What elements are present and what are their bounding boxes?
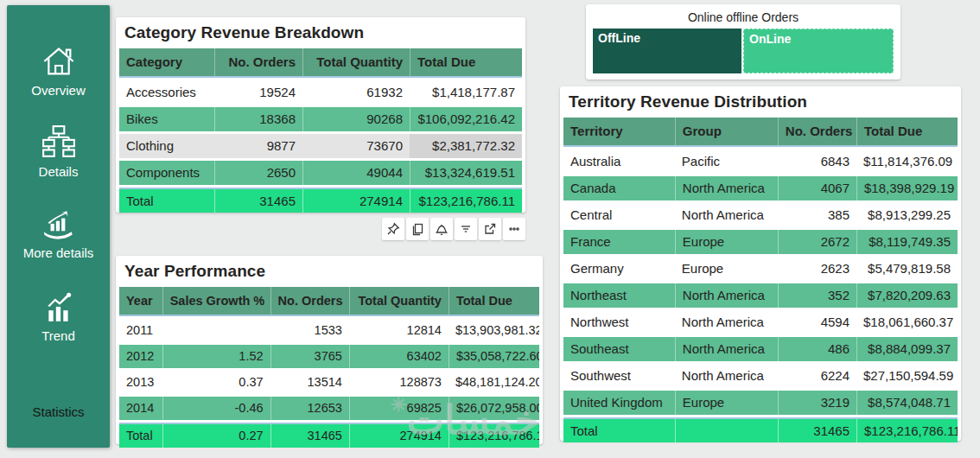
- table-cell[interactable]: $18,061,660.37: [856, 310, 958, 334]
- table-cell[interactable]: 4594: [778, 310, 856, 334]
- table-cell[interactable]: North America: [675, 203, 778, 227]
- column-header[interactable]: No. Orders: [270, 287, 349, 315]
- table-cell[interactable]: $18,398,929.19: [856, 176, 958, 200]
- column-header[interactable]: Total Quantity: [349, 287, 449, 315]
- table-row[interactable]: FranceEurope2672$8,119,749.35: [563, 230, 958, 254]
- total-cell[interactable]: 31465: [214, 189, 302, 213]
- focus-mode-icon[interactable]: [479, 218, 501, 240]
- table-cell[interactable]: 2014: [119, 397, 162, 420]
- total-cell[interactable]: $123,216,786.11: [856, 419, 958, 442]
- online-slicer-button[interactable]: OnLine: [743, 29, 894, 73]
- table-cell[interactable]: 2013: [119, 371, 162, 394]
- table-cell[interactable]: 18368: [214, 107, 302, 131]
- table-cell[interactable]: Northwest: [563, 310, 675, 334]
- table-cell[interactable]: Australia: [563, 149, 675, 174]
- table-cell[interactable]: 2011: [119, 319, 162, 342]
- table-row[interactable]: AustraliaPacific6843$11,814,376.09: [563, 149, 958, 174]
- copy-icon[interactable]: [406, 218, 429, 240]
- table-cell[interactable]: 128873: [349, 371, 449, 394]
- table-row[interactable]: SoutheastNorth America486$8,884,099.37: [563, 337, 958, 361]
- table-row[interactable]: Bikes1836890268$106,092,216.42: [119, 107, 522, 131]
- table-cell[interactable]: 4067: [778, 176, 856, 200]
- total-cell[interactable]: 31465: [270, 424, 349, 448]
- table-cell[interactable]: $27,150,594.59: [856, 364, 958, 388]
- table-cell[interactable]: Pacific: [675, 149, 778, 174]
- table-cell[interactable]: Europe: [675, 391, 778, 415]
- table-cell[interactable]: Europe: [675, 257, 778, 281]
- table-row[interactable]: Clothing987773670$2,381,772.32: [119, 134, 522, 158]
- table-cell[interactable]: 0.37: [162, 371, 270, 394]
- table-cell[interactable]: 6224: [778, 364, 856, 388]
- table-cell[interactable]: Germany: [563, 257, 675, 281]
- total-cell[interactable]: Total: [119, 189, 214, 213]
- table-cell[interactable]: United Kingdom: [563, 391, 675, 415]
- sidebar-item-more-details[interactable]: More details: [7, 211, 110, 260]
- table-cell[interactable]: $7,820,209.63: [856, 283, 958, 308]
- table-cell[interactable]: 90268: [302, 107, 410, 131]
- table-cell[interactable]: 6843: [778, 149, 856, 174]
- table-cell[interactable]: Southwest: [563, 364, 675, 388]
- total-cell[interactable]: $123,216,786.11: [410, 189, 522, 213]
- table-cell[interactable]: Europe: [675, 230, 778, 254]
- table-cell[interactable]: $106,092,216.42: [410, 107, 522, 131]
- total-cell[interactable]: 0.27: [162, 424, 270, 448]
- column-header[interactable]: Total Due: [449, 287, 539, 315]
- table-cell[interactable]: $8,119,749.35: [856, 230, 958, 254]
- table-row[interactable]: 2011153312814$13,903,981.32: [119, 319, 539, 342]
- table-cell[interactable]: $13,903,981.32: [449, 319, 539, 342]
- table-row[interactable]: CentralNorth America385$8,913,299.25: [563, 203, 958, 227]
- sidebar-item-statistics[interactable]: Statistics: [7, 404, 110, 419]
- table-row[interactable]: GermanyEurope2623$5,479,819.58: [563, 257, 958, 281]
- table-total-row[interactable]: Total31465$123,216,786.11: [563, 417, 958, 442]
- filter-icon[interactable]: [455, 218, 477, 240]
- table-row[interactable]: Accessories1952461932$1,418,177.87: [119, 80, 522, 105]
- table-cell[interactable]: 13514: [270, 371, 349, 394]
- table-cell[interactable]: Accessories: [119, 80, 214, 105]
- table-cell[interactable]: Bikes: [119, 107, 214, 131]
- table-cell[interactable]: Southeast: [563, 337, 675, 361]
- table-cell[interactable]: 2650: [214, 161, 302, 185]
- table-cell[interactable]: 63402: [349, 345, 449, 368]
- table-cell[interactable]: 385: [778, 203, 856, 227]
- table-row[interactable]: NortheastNorth America352$7,820,209.63: [563, 283, 958, 308]
- table-total-row[interactable]: Total0.2731465274914$123,216,786.11: [119, 423, 539, 448]
- table-row[interactable]: CanadaNorth America4067$18,398,929.19: [563, 176, 958, 200]
- table-row[interactable]: NorthwestNorth America4594$18,061,660.37: [563, 310, 958, 334]
- column-header[interactable]: Sales Growth %: [162, 287, 270, 315]
- table-cell[interactable]: 3219: [778, 391, 856, 415]
- column-header[interactable]: Total Quantity: [302, 48, 410, 76]
- total-cell[interactable]: [675, 419, 778, 442]
- table-row[interactable]: 2014-0.461265369825$26,072,958.00: [119, 397, 539, 420]
- column-header[interactable]: Territory: [563, 118, 675, 145]
- table-cell[interactable]: [162, 319, 270, 342]
- column-header[interactable]: Year: [119, 287, 162, 315]
- more-options-icon[interactable]: [503, 218, 525, 240]
- table-cell[interactable]: North America: [675, 283, 778, 308]
- table-cell[interactable]: $11,814,376.09: [856, 149, 958, 174]
- table-cell[interactable]: 69825: [349, 397, 449, 420]
- table-cell[interactable]: North America: [675, 310, 778, 334]
- table-cell[interactable]: 19524: [214, 80, 302, 105]
- table-cell[interactable]: 61932: [302, 80, 410, 105]
- table-cell[interactable]: Canada: [563, 176, 675, 200]
- column-header[interactable]: Total Due: [856, 118, 958, 145]
- table-cell[interactable]: $48,181,124.20: [449, 371, 539, 394]
- table-cell[interactable]: 9877: [214, 134, 302, 158]
- table-row[interactable]: 20121.52376563402$35,058,722.60: [119, 345, 539, 368]
- alert-icon[interactable]: [430, 218, 453, 240]
- total-cell[interactable]: Total: [563, 419, 675, 442]
- table-total-row[interactable]: Total31465274914$123,216,786.11: [119, 188, 522, 213]
- table-cell[interactable]: $35,058,722.60: [449, 345, 539, 368]
- pin-icon[interactable]: [382, 218, 404, 240]
- table-cell[interactable]: Central: [563, 203, 675, 227]
- table-row[interactable]: SouthwestNorth America6224$27,150,594.59: [563, 364, 958, 388]
- table-cell[interactable]: 49044: [302, 161, 410, 185]
- sidebar-item-details[interactable]: Details: [7, 124, 110, 179]
- table-cell[interactable]: North America: [675, 364, 778, 388]
- sidebar-item-trend[interactable]: Trend: [7, 292, 110, 343]
- table-cell[interactable]: -0.46: [162, 397, 270, 420]
- total-cell[interactable]: Total: [119, 424, 162, 448]
- column-header[interactable]: Group: [675, 118, 778, 145]
- table-cell[interactable]: $5,479,819.58: [856, 257, 958, 281]
- table-cell[interactable]: North America: [675, 337, 778, 361]
